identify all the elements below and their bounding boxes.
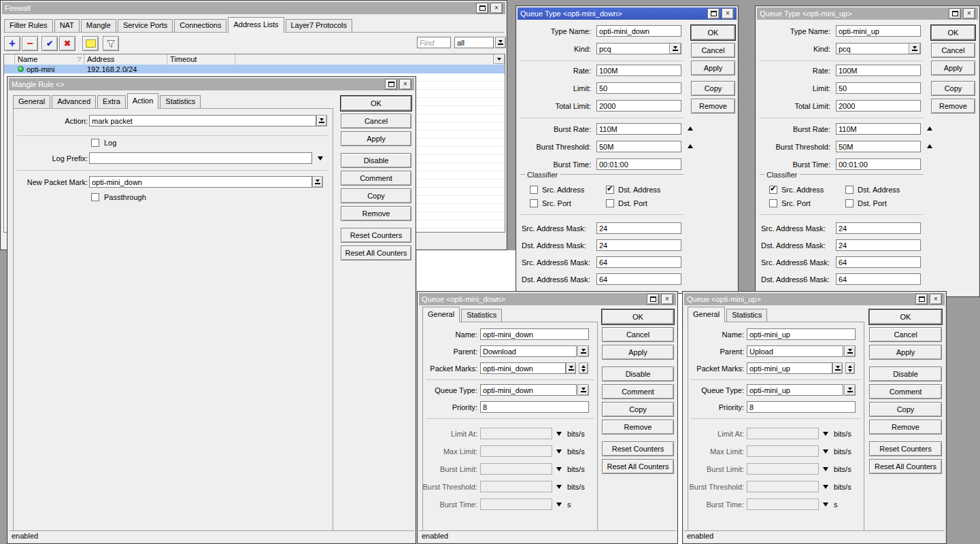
close-button[interactable]: × [963, 8, 975, 19]
firewall-titlebar[interactable]: Firewall × [2, 2, 505, 14]
packet-marks-field[interactable]: opti-mini_down [480, 362, 566, 374]
close-button[interactable]: × [930, 294, 942, 305]
enable-button[interactable]: ✔ [41, 36, 58, 51]
log-prefix-field[interactable] [89, 152, 312, 164]
column-timeout[interactable]: Timeout [167, 54, 235, 65]
apply-button[interactable]: Apply [869, 345, 942, 360]
burst-threshold-field[interactable]: 50M [596, 141, 681, 152]
passthrough-checkbox[interactable] [91, 193, 99, 201]
packet-marks-field[interactable]: opti-mini_up [747, 362, 832, 374]
tab-statistics[interactable]: Statistics [461, 309, 502, 322]
packet-marks-spinner[interactable] [579, 362, 588, 374]
reset-all-counters-button[interactable]: Reset All Counters [602, 459, 674, 474]
queue-up-titlebar[interactable]: Queue <opti-mini_up> × [684, 293, 945, 305]
copy-button[interactable]: Copy [869, 402, 942, 417]
kind-dropdown-button[interactable] [909, 44, 920, 54]
burst-threshold-dropdown-arrow[interactable] [823, 485, 828, 489]
src-address-checkbox[interactable] [769, 186, 777, 194]
ok-button[interactable]: OK [869, 309, 942, 324]
reset-all-counters-button[interactable]: Reset All Counters [341, 245, 411, 260]
priority-field[interactable]: 8 [747, 401, 856, 413]
packet-marks-dropdown-button[interactable] [832, 362, 843, 374]
tab-service-ports[interactable]: Service Ports [118, 19, 173, 32]
kind-dropdown-button[interactable] [669, 44, 681, 54]
burst-threshold-up-arrow[interactable] [688, 144, 693, 148]
dst-address-mask-field[interactable]: 24 [836, 239, 921, 251]
new-packet-mark-field[interactable]: opti-mini_down [89, 176, 312, 188]
reset-all-counters-button[interactable]: Reset All Counters [869, 459, 942, 474]
disable-button[interactable]: Disable [341, 153, 411, 168]
column-flags[interactable] [4, 54, 15, 65]
burst-rate-up-arrow[interactable] [927, 126, 932, 131]
remove-button[interactable]: − [22, 36, 38, 51]
packet-marks-spinner[interactable] [845, 362, 855, 374]
burst-rate-field[interactable]: 110M [596, 123, 681, 135]
burst-threshold-dropdown-arrow[interactable] [556, 485, 562, 489]
burst-time-dropdown-arrow[interactable] [556, 503, 562, 507]
copy-button[interactable]: Copy [602, 402, 674, 417]
find-input[interactable] [417, 37, 451, 48]
burst-time-dropdown-arrow[interactable] [823, 503, 828, 507]
maximize-button[interactable] [707, 8, 720, 19]
reset-counters-button[interactable]: Reset Counters [869, 441, 942, 456]
name-field[interactable]: opti-mini_down [480, 328, 589, 340]
close-button[interactable]: × [722, 8, 734, 19]
src-address-mask-field[interactable]: 24 [836, 222, 921, 234]
src-address6-mask-field[interactable]: 64 [596, 256, 681, 268]
limit-field[interactable]: 50 [596, 82, 681, 94]
tab-advanced[interactable]: Advanced [52, 95, 96, 108]
total-limit-field[interactable]: 2000 [836, 100, 921, 112]
parent-dropdown-button[interactable] [844, 345, 856, 357]
parent-field[interactable]: Download [480, 345, 577, 357]
tab-statistics[interactable]: Statistics [726, 309, 767, 322]
address-list-row[interactable]: opti-mini 192.168.2.0/24 [4, 65, 505, 73]
max-limit-dropdown-arrow[interactable] [823, 449, 828, 454]
src-port-checkbox[interactable] [769, 199, 777, 207]
cancel-button[interactable]: Cancel [931, 43, 975, 58]
limit-at-dropdown-arrow[interactable] [823, 432, 828, 436]
maximize-button[interactable] [647, 294, 659, 305]
cancel-button[interactable]: Cancel [869, 327, 942, 342]
burst-limit-dropdown-arrow[interactable] [556, 467, 562, 471]
queue-type-field[interactable]: opti-mini_up [747, 384, 843, 396]
src-address-checkbox[interactable] [530, 186, 538, 194]
maximize-button[interactable] [476, 3, 488, 14]
tab-filter-rules[interactable]: Filter Rules [4, 19, 53, 32]
parent-dropdown-button[interactable] [577, 345, 589, 357]
disable-button[interactable]: Disable [602, 367, 674, 381]
comment-button[interactable]: Comment [869, 384, 942, 399]
add-button[interactable]: + [4, 36, 20, 51]
parent-field[interactable]: Upload [747, 345, 843, 357]
remove-button[interactable]: Remove [931, 99, 975, 114]
burst-time-field[interactable]: 00:01:00 [836, 158, 921, 170]
limit-field[interactable]: 50 [836, 82, 921, 94]
remove-button[interactable]: Remove [602, 420, 674, 435]
header-dropdown-button[interactable] [493, 54, 505, 64]
priority-field[interactable]: 8 [480, 401, 589, 413]
tab-statistics[interactable]: Statistics [160, 95, 201, 108]
dst-address-checkbox[interactable] [606, 186, 614, 194]
ok-button[interactable]: OK [341, 96, 411, 111]
copy-button[interactable]: Copy [691, 81, 735, 96]
reset-counters-button[interactable]: Reset Counters [602, 441, 674, 456]
limit-at-dropdown-arrow[interactable] [556, 432, 562, 436]
reset-counters-button[interactable]: Reset Counters [341, 228, 411, 243]
remove-button[interactable]: Remove [341, 206, 411, 221]
ok-button[interactable]: OK [602, 309, 674, 324]
burst-rate-up-arrow[interactable] [688, 126, 693, 131]
name-field[interactable]: opti-mini_up [747, 328, 856, 340]
queue-type-down-titlebar[interactable]: Queue Type <opti-mini_down> × [518, 7, 737, 20]
column-name[interactable]: Name▽ [15, 54, 84, 65]
comment-button[interactable]: Comment [341, 171, 411, 186]
tab-general[interactable]: General [688, 307, 725, 322]
tab-address-lists[interactable]: Address Lists [228, 17, 284, 33]
copy-button[interactable]: Copy [931, 81, 975, 96]
burst-limit-dropdown-arrow[interactable] [823, 467, 828, 471]
apply-button[interactable]: Apply [931, 61, 975, 75]
kind-field[interactable]: pcq [836, 43, 921, 54]
tab-mangle[interactable]: Mangle [81, 19, 116, 32]
scope-dropdown-button[interactable] [495, 37, 506, 48]
disable-button[interactable]: Disable [869, 367, 942, 381]
queue-type-dropdown-button[interactable] [577, 384, 589, 396]
tab-nat[interactable]: NAT [54, 19, 80, 32]
